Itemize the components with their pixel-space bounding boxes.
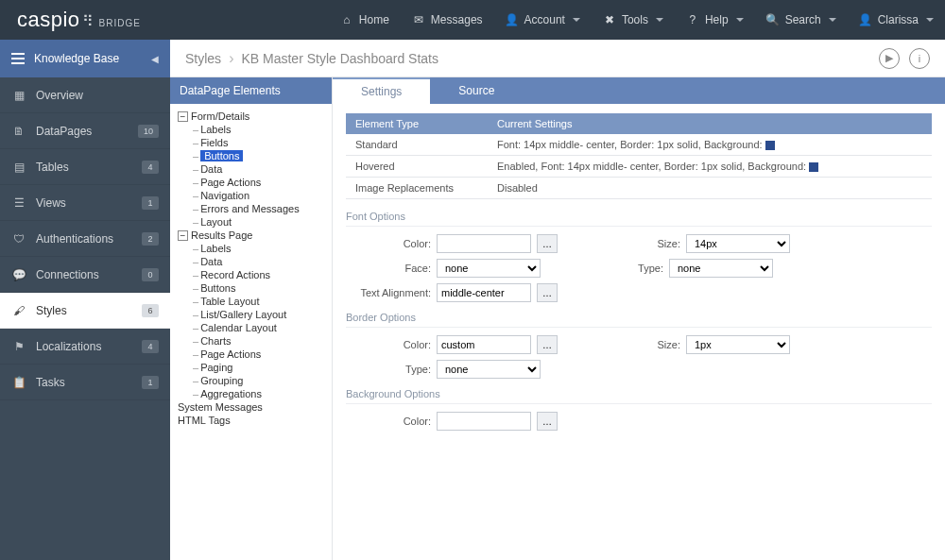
tree-item[interactable]: –Aggregations: [174, 387, 328, 400]
font-color-picker-button[interactable]: …: [537, 234, 558, 253]
badge: 1: [142, 196, 159, 210]
tree-item[interactable]: –Data: [174, 162, 328, 176]
workspace: DataPage Elements −Form/Details–Labels–F…: [170, 77, 945, 560]
badge: 10: [138, 125, 159, 138]
sidebar-item-views[interactable]: ☰Views1: [0, 185, 170, 221]
sidebar-item-overview[interactable]: ▦Overview: [0, 77, 170, 113]
tree-item[interactable]: –Labels: [174, 242, 328, 255]
font-type-select[interactable]: none: [669, 259, 773, 278]
text-align-input[interactable]: [437, 283, 531, 302]
nav-tools[interactable]: ✖Tools: [592, 0, 675, 40]
shield-icon: 🛡: [11, 231, 26, 246]
color-swatch: [809, 162, 818, 172]
breadcrumb-current: KB Master Style Dashboard Stats: [241, 51, 438, 66]
tab-source[interactable]: Source: [430, 77, 523, 104]
badge: 4: [142, 340, 159, 353]
border-type-select[interactable]: none: [437, 360, 541, 379]
sidebar-item-tasks[interactable]: 📋Tasks1: [0, 365, 170, 400]
tree-item[interactable]: –Buttons: [174, 281, 328, 295]
tree-item[interactable]: –Record Actions: [174, 268, 328, 281]
tab-bar: SettingsSource: [333, 77, 945, 104]
nav-messages[interactable]: ✉Messages: [401, 0, 494, 40]
tree-item[interactable]: –Calendar Layout: [174, 321, 328, 334]
breadcrumb-root[interactable]: Styles: [185, 51, 221, 66]
nav-clarissa[interactable]: 👤Clarissa: [848, 0, 945, 40]
tree-item[interactable]: –Table Layout: [174, 295, 328, 308]
tree-item[interactable]: –Paging: [174, 361, 328, 374]
play-button[interactable]: ▶: [879, 48, 900, 69]
logo-dots-icon: ⠻: [82, 12, 94, 30]
tree-item[interactable]: –Charts: [174, 334, 328, 348]
collapse-icon[interactable]: ◀: [151, 54, 159, 64]
tree-item[interactable]: –Errors and Messages: [174, 202, 328, 215]
sidebar-item-datapages[interactable]: 🗎DataPages10: [0, 113, 170, 149]
nav-account[interactable]: 👤Account: [494, 0, 592, 40]
person-icon: 👤: [859, 13, 872, 26]
nav-help[interactable]: ?Help: [675, 0, 755, 40]
tree-item[interactable]: –List/Gallery Layout: [174, 308, 328, 321]
nav-home[interactable]: ⌂Home: [329, 0, 401, 40]
tree-group[interactable]: −Form/Details: [174, 110, 328, 123]
table-row[interactable]: HoveredEnabled, Font: 14px middle- cente…: [346, 156, 932, 178]
sidebar-item-styles[interactable]: 🖌Styles6: [0, 293, 170, 329]
caret-down-icon: [926, 18, 934, 22]
hamburger-icon[interactable]: [11, 53, 25, 64]
font-color-input[interactable]: [437, 234, 531, 253]
tree-item[interactable]: –Navigation: [174, 189, 328, 202]
breadcrumb: Styles › KB Master Style Dashboard Stats…: [170, 40, 945, 77]
logo-main: caspio: [17, 8, 80, 32]
info-button[interactable]: i: [909, 48, 930, 69]
page-icon: 🗎: [11, 124, 26, 139]
tree-body: −Form/Details–Labels–Fields–Buttons–Data…: [170, 104, 332, 560]
tab-settings[interactable]: Settings: [333, 77, 430, 104]
border-type-label: Type:: [346, 364, 431, 375]
sidebar-header[interactable]: Knowledge Base ◀: [0, 40, 170, 77]
table-icon: ▤: [11, 160, 26, 175]
table-row[interactable]: Image ReplacementsDisabled: [346, 178, 932, 199]
color-swatch: [765, 141, 775, 150]
border-color-picker-button[interactable]: …: [537, 335, 558, 354]
tree-group[interactable]: HTML Tags: [174, 414, 328, 427]
flag-icon: ⚑: [11, 339, 26, 354]
text-align-picker-button[interactable]: …: [537, 283, 558, 302]
badge: 0: [142, 268, 159, 281]
breadcrumb-sep-icon: ›: [229, 50, 233, 67]
user-add-icon: 👤: [506, 13, 519, 26]
tree-item[interactable]: –Fields: [174, 136, 328, 149]
top-bar: caspio⠻ BRIDGE ⌂Home✉Messages👤Account✖To…: [0, 0, 945, 40]
tree-item[interactable]: –Data: [174, 255, 328, 268]
font-face-label: Face:: [346, 263, 431, 274]
home-icon: ⌂: [340, 13, 353, 26]
sidebar-item-tables[interactable]: ▤Tables4: [0, 149, 170, 185]
tree-group[interactable]: System Messages: [174, 400, 328, 414]
logo: caspio⠻ BRIDGE: [0, 8, 158, 32]
tree-toggle-icon[interactable]: −: [178, 230, 188, 241]
bg-color-picker-button[interactable]: …: [537, 412, 558, 431]
layers-icon: ☰: [11, 195, 26, 211]
tree-item[interactable]: –Layout: [174, 215, 328, 229]
sidebar-item-authentications[interactable]: 🛡Authentications2: [0, 221, 170, 257]
tree-item[interactable]: –Labels: [174, 123, 328, 136]
tree-group[interactable]: −Results Page: [174, 229, 328, 242]
font-face-select[interactable]: none: [437, 259, 541, 278]
sidebar-item-localizations[interactable]: ⚑Localizations4: [0, 329, 170, 365]
border-color-label: Color:: [346, 339, 431, 350]
bg-color-input[interactable]: [437, 412, 531, 431]
tree-item[interactable]: –Grouping: [174, 374, 328, 387]
font-section-title: Font Options: [346, 211, 932, 227]
font-size-select[interactable]: 14px: [686, 234, 790, 253]
tree-item[interactable]: –Buttons: [174, 149, 328, 162]
tree-item[interactable]: –Page Actions: [174, 176, 328, 189]
chat-icon: 💬: [11, 267, 26, 282]
logo-sub: BRIDGE: [99, 18, 141, 28]
tree-toggle-icon[interactable]: −: [178, 111, 188, 122]
sidebar-item-connections[interactable]: 💬Connections0: [0, 257, 170, 293]
table-row[interactable]: StandardFont: 14px middle- center, Borde…: [346, 134, 932, 156]
tree-item[interactable]: –Page Actions: [174, 348, 328, 361]
caret-down-icon: [829, 18, 836, 22]
border-size-select[interactable]: 1px: [686, 335, 790, 354]
nav-search[interactable]: 🔍Search: [755, 0, 848, 40]
border-section-title: Border Options: [346, 312, 932, 328]
help-icon: ?: [686, 13, 699, 26]
border-color-input[interactable]: [437, 335, 531, 354]
